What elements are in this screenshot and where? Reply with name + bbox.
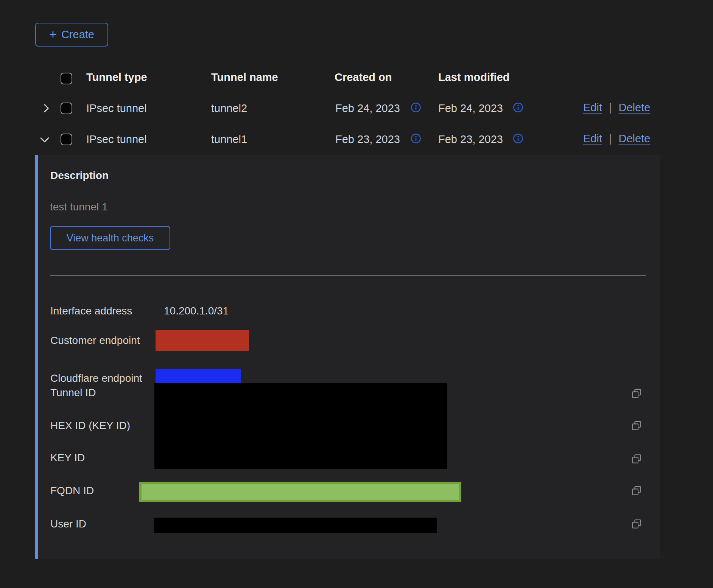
delete-link[interactable]: Delete <box>619 132 651 145</box>
column-header-tunnel-type: Tunnel type <box>86 71 147 84</box>
customer-endpoint-redaction <box>156 330 249 351</box>
copy-icon[interactable] <box>631 519 642 529</box>
description-heading: Description <box>50 170 109 182</box>
copy-icon[interactable] <box>631 485 642 496</box>
tunnel-type-cell: IPsec tunnel <box>86 102 147 115</box>
info-icon[interactable] <box>513 133 523 144</box>
delete-link[interactable]: Delete <box>619 101 651 114</box>
column-header-last-modified: Last modified <box>438 71 510 84</box>
info-icon[interactable] <box>411 102 421 113</box>
key-id-label: KEY ID <box>50 452 85 464</box>
view-health-checks-button[interactable]: View health checks <box>50 226 170 250</box>
create-button[interactable]: + Create <box>35 23 108 47</box>
last-modified-cell: Feb 24, 2023 <box>438 102 503 115</box>
action-separator: | <box>609 101 612 114</box>
row-checkbox[interactable] <box>61 103 72 114</box>
user-id-label: User ID <box>50 518 86 530</box>
ids-redaction-block <box>154 383 447 469</box>
created-on-cell: Feb 23, 2023 <box>335 133 400 146</box>
info-icon[interactable] <box>411 133 421 144</box>
interface-address-value: 10.200.1.0/31 <box>164 305 229 317</box>
edit-link[interactable]: Edit <box>583 101 602 114</box>
column-header-created-on: Created on <box>335 71 392 84</box>
tunnel-type-cell: IPsec tunnel <box>86 133 147 146</box>
description-text: test tunnel 1 <box>50 201 108 213</box>
select-all-checkbox[interactable] <box>61 73 72 84</box>
panel-bottom-divider <box>35 559 660 559</box>
create-button-label: Create <box>61 28 94 41</box>
user-id-redaction <box>154 518 437 533</box>
copy-icon[interactable] <box>631 454 642 464</box>
edit-link[interactable]: Edit <box>583 132 602 145</box>
created-on-cell: Feb 24, 2023 <box>335 102 400 115</box>
chevron-right-icon[interactable] <box>40 102 52 114</box>
column-header-tunnel-name: Tunnel name <box>211 71 278 84</box>
row-divider <box>35 123 660 123</box>
plus-icon: + <box>49 28 57 40</box>
last-modified-cell: Feb 23, 2023 <box>438 133 503 146</box>
copy-icon[interactable] <box>631 388 642 399</box>
row-checkbox[interactable] <box>61 134 72 145</box>
copy-icon[interactable] <box>631 420 642 431</box>
tunnel-name-cell: tunnel2 <box>211 102 247 115</box>
tunnel-name-cell: tunnel1 <box>211 133 247 146</box>
tunnel-id-label: Tunnel ID <box>50 387 96 399</box>
fqdn-id-label: FQDN ID <box>50 485 94 497</box>
interface-address-label: Interface address <box>50 305 132 317</box>
panel-divider <box>50 275 646 275</box>
fqdn-id-redaction <box>139 482 461 502</box>
cloudflare-endpoint-label: Cloudflare endpoint <box>50 372 142 384</box>
chevron-down-icon[interactable] <box>38 133 51 146</box>
info-icon[interactable] <box>513 102 523 113</box>
tunnels-page: + Create Tunnel type Tunnel name Created… <box>0 0 713 588</box>
action-separator: | <box>609 132 612 145</box>
customer-endpoint-label: Customer endpoint <box>50 334 140 347</box>
panel-accent-border <box>35 155 38 559</box>
hex-id-label: HEX ID (KEY ID) <box>50 420 130 432</box>
header-divider <box>35 93 660 93</box>
